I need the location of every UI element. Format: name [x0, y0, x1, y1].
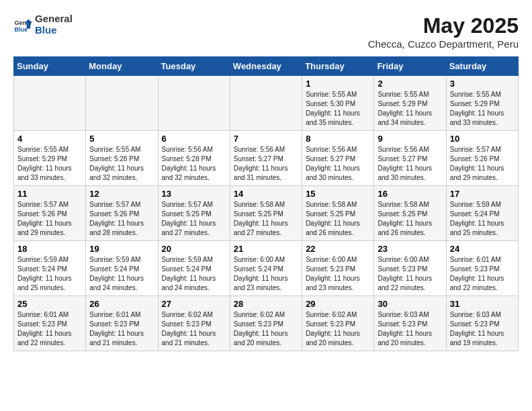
day-info: Sunrise: 5:55 AM Sunset: 5:29 PM Dayligh…: [378, 90, 442, 128]
day-number: 20: [162, 244, 226, 254]
day-number: 18: [17, 244, 82, 254]
calendar-week-row: 25Sunrise: 6:01 AM Sunset: 5:23 PM Dayli…: [14, 296, 519, 351]
calendar-cell: 14Sunrise: 5:58 AM Sunset: 5:25 PM Dayli…: [230, 186, 302, 241]
calendar-cell: 24Sunrise: 6:01 AM Sunset: 5:23 PM Dayli…: [446, 241, 518, 296]
weekday-header-tuesday: Tuesday: [158, 57, 230, 76]
day-number: 4: [17, 134, 82, 144]
logo: General Blue General Blue: [13, 13, 73, 36]
calendar-cell: 9Sunrise: 5:56 AM Sunset: 5:27 PM Daylig…: [374, 131, 446, 186]
calendar-cell: 19Sunrise: 5:59 AM Sunset: 5:24 PM Dayli…: [86, 241, 158, 296]
title-area: May 2025 Checca, Cuzco Department, Peru: [368, 13, 519, 50]
day-info: Sunrise: 6:00 AM Sunset: 5:23 PM Dayligh…: [306, 255, 370, 293]
calendar-week-row: 4Sunrise: 5:55 AM Sunset: 5:29 PM Daylig…: [14, 131, 519, 186]
day-number: 27: [162, 299, 226, 309]
day-info: Sunrise: 5:59 AM Sunset: 5:24 PM Dayligh…: [162, 255, 226, 293]
day-number: 14: [234, 189, 298, 199]
calendar-cell: 6Sunrise: 5:56 AM Sunset: 5:28 PM Daylig…: [158, 131, 230, 186]
day-info: Sunrise: 6:02 AM Sunset: 5:23 PM Dayligh…: [306, 310, 370, 348]
day-info: Sunrise: 5:57 AM Sunset: 5:26 PM Dayligh…: [450, 145, 515, 183]
day-number: 2: [378, 79, 442, 89]
day-number: 29: [306, 299, 370, 309]
day-info: Sunrise: 5:55 AM Sunset: 5:28 PM Dayligh…: [89, 145, 154, 183]
day-number: 15: [306, 189, 370, 199]
day-info: Sunrise: 5:55 AM Sunset: 5:29 PM Dayligh…: [450, 90, 515, 128]
day-number: 31: [450, 299, 515, 309]
day-info: Sunrise: 5:56 AM Sunset: 5:27 PM Dayligh…: [234, 145, 298, 183]
calendar-cell: 16Sunrise: 5:58 AM Sunset: 5:25 PM Dayli…: [374, 186, 446, 241]
calendar-cell: 23Sunrise: 6:00 AM Sunset: 5:23 PM Dayli…: [374, 241, 446, 296]
day-number: 19: [89, 244, 154, 254]
logo-icon: General Blue: [13, 15, 32, 34]
day-number: 8: [306, 134, 370, 144]
day-info: Sunrise: 6:02 AM Sunset: 5:23 PM Dayligh…: [162, 310, 226, 348]
day-info: Sunrise: 6:03 AM Sunset: 5:23 PM Dayligh…: [450, 310, 515, 348]
weekday-header-saturday: Saturday: [446, 57, 518, 76]
day-number: 17: [450, 189, 515, 199]
day-number: 11: [17, 189, 82, 199]
day-info: Sunrise: 6:01 AM Sunset: 5:23 PM Dayligh…: [450, 255, 515, 293]
calendar-subtitle: Checca, Cuzco Department, Peru: [368, 38, 519, 50]
calendar-week-row: 18Sunrise: 5:59 AM Sunset: 5:24 PM Dayli…: [14, 241, 519, 296]
day-number: 3: [450, 79, 515, 89]
calendar-cell: 26Sunrise: 6:01 AM Sunset: 5:23 PM Dayli…: [86, 296, 158, 351]
day-info: Sunrise: 5:58 AM Sunset: 5:25 PM Dayligh…: [306, 200, 370, 238]
calendar-cell: 3Sunrise: 5:55 AM Sunset: 5:29 PM Daylig…: [446, 76, 518, 131]
day-number: 16: [378, 189, 442, 199]
calendar-cell: 4Sunrise: 5:55 AM Sunset: 5:29 PM Daylig…: [14, 131, 86, 186]
day-number: 10: [450, 134, 515, 144]
calendar-cell: 7Sunrise: 5:56 AM Sunset: 5:27 PM Daylig…: [230, 131, 302, 186]
calendar-cell: [230, 76, 302, 131]
day-number: 5: [89, 134, 154, 144]
day-info: Sunrise: 5:57 AM Sunset: 5:26 PM Dayligh…: [89, 200, 154, 238]
day-info: Sunrise: 6:01 AM Sunset: 5:23 PM Dayligh…: [89, 310, 154, 348]
logo-general: General: [35, 13, 73, 25]
day-number: 24: [450, 244, 515, 254]
calendar-cell: 15Sunrise: 5:58 AM Sunset: 5:25 PM Dayli…: [302, 186, 374, 241]
calendar-cell: 20Sunrise: 5:59 AM Sunset: 5:24 PM Dayli…: [158, 241, 230, 296]
day-number: 23: [378, 244, 442, 254]
logo-text: General Blue: [35, 13, 73, 36]
calendar-cell: [14, 76, 86, 131]
day-number: 30: [378, 299, 442, 309]
calendar-cell: 1Sunrise: 5:55 AM Sunset: 5:30 PM Daylig…: [302, 76, 374, 131]
calendar-cell: [158, 76, 230, 131]
calendar-week-row: 1Sunrise: 5:55 AM Sunset: 5:30 PM Daylig…: [14, 76, 519, 131]
calendar-cell: 28Sunrise: 6:02 AM Sunset: 5:23 PM Dayli…: [230, 296, 302, 351]
calendar-cell: 29Sunrise: 6:02 AM Sunset: 5:23 PM Dayli…: [302, 296, 374, 351]
calendar-cell: 11Sunrise: 5:57 AM Sunset: 5:26 PM Dayli…: [14, 186, 86, 241]
calendar-cell: 27Sunrise: 6:02 AM Sunset: 5:23 PM Dayli…: [158, 296, 230, 351]
day-info: Sunrise: 5:55 AM Sunset: 5:29 PM Dayligh…: [17, 145, 82, 183]
day-number: 6: [162, 134, 226, 144]
day-info: Sunrise: 5:56 AM Sunset: 5:27 PM Dayligh…: [306, 145, 370, 183]
day-number: 22: [306, 244, 370, 254]
day-info: Sunrise: 6:01 AM Sunset: 5:23 PM Dayligh…: [17, 310, 82, 348]
day-number: 28: [234, 299, 298, 309]
weekday-header-friday: Friday: [374, 57, 446, 76]
day-info: Sunrise: 5:59 AM Sunset: 5:24 PM Dayligh…: [89, 255, 154, 293]
day-info: Sunrise: 5:58 AM Sunset: 5:25 PM Dayligh…: [378, 200, 442, 238]
calendar-cell: 2Sunrise: 5:55 AM Sunset: 5:29 PM Daylig…: [374, 76, 446, 131]
calendar-cell: 5Sunrise: 5:55 AM Sunset: 5:28 PM Daylig…: [86, 131, 158, 186]
day-info: Sunrise: 5:59 AM Sunset: 5:24 PM Dayligh…: [450, 200, 515, 238]
weekday-header-sunday: Sunday: [14, 57, 86, 76]
day-info: Sunrise: 5:56 AM Sunset: 5:27 PM Dayligh…: [378, 145, 442, 183]
weekday-header-monday: Monday: [86, 57, 158, 76]
calendar-cell: 18Sunrise: 5:59 AM Sunset: 5:24 PM Dayli…: [14, 241, 86, 296]
day-number: 26: [89, 299, 154, 309]
day-info: Sunrise: 5:57 AM Sunset: 5:26 PM Dayligh…: [17, 200, 82, 238]
day-info: Sunrise: 6:00 AM Sunset: 5:23 PM Dayligh…: [378, 255, 442, 293]
day-number: 13: [162, 189, 226, 199]
day-info: Sunrise: 5:58 AM Sunset: 5:25 PM Dayligh…: [234, 200, 298, 238]
calendar-title: May 2025: [368, 13, 519, 38]
day-info: Sunrise: 6:00 AM Sunset: 5:24 PM Dayligh…: [234, 255, 298, 293]
day-info: Sunrise: 5:57 AM Sunset: 5:25 PM Dayligh…: [162, 200, 226, 238]
weekday-header-row: SundayMondayTuesdayWednesdayThursdayFrid…: [14, 57, 519, 76]
calendar-cell: 13Sunrise: 5:57 AM Sunset: 5:25 PM Dayli…: [158, 186, 230, 241]
day-number: 25: [17, 299, 82, 309]
calendar-cell: 30Sunrise: 6:03 AM Sunset: 5:23 PM Dayli…: [374, 296, 446, 351]
day-number: 21: [234, 244, 298, 254]
calendar-cell: 8Sunrise: 5:56 AM Sunset: 5:27 PM Daylig…: [302, 131, 374, 186]
day-info: Sunrise: 6:03 AM Sunset: 5:23 PM Dayligh…: [378, 310, 442, 348]
calendar-cell: 31Sunrise: 6:03 AM Sunset: 5:23 PM Dayli…: [446, 296, 518, 351]
day-number: 12: [89, 189, 154, 199]
